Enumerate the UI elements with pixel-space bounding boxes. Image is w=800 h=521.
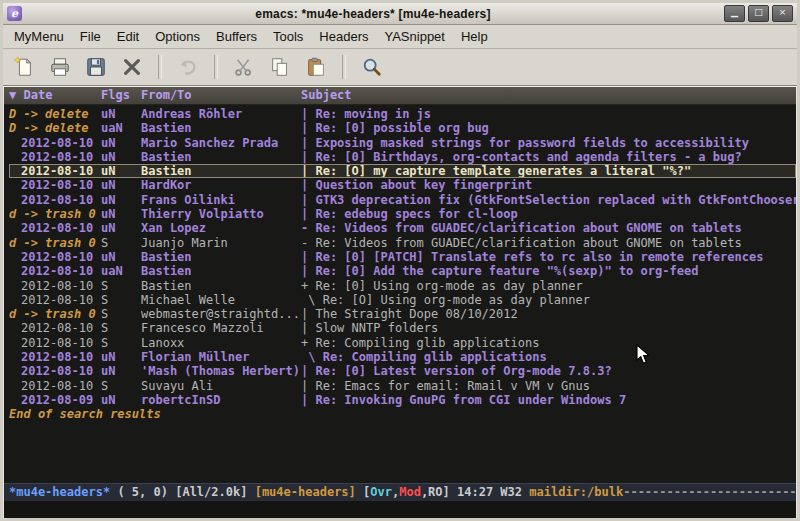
date-cell: 2012-08-10 <box>9 364 101 378</box>
column-header-from[interactable]: From/To <box>141 87 301 104</box>
from-cell: 'Mash (Thomas Herbert) <box>141 364 301 378</box>
subject-cell: | Re: moving in js <box>301 107 796 121</box>
date-cell: 2012-08-10 <box>9 150 101 164</box>
message-row-current[interactable]: 2012-08-10uNBastien| Re: [O] my capture … <box>9 164 796 178</box>
from-cell: Juanjo Marin <box>141 236 301 250</box>
column-header-date-label: Date <box>23 88 52 102</box>
close-button[interactable] <box>117 53 147 81</box>
message-row[interactable]: d -> trash 0SJuanjo Marin- Re: Videos fr… <box>9 236 796 250</box>
paste-button[interactable] <box>301 53 331 81</box>
modeline-segment-buffer-name: *mu4e-headers* <box>9 485 110 499</box>
modeline[interactable]: *mu4e-headers* ( 5, 0) [All/2.0k] [mu4e-… <box>4 483 796 501</box>
mark-cell: d -> trash 0 <box>9 207 101 221</box>
flags-cell: uN <box>101 178 141 192</box>
search-icon <box>361 56 383 78</box>
modeline-segment-plain: ,RO] <box>421 485 450 499</box>
window-title: emacs: *mu4e-headers* [mu4e-headers] <box>26 7 720 21</box>
emacs-window: e emacs: *mu4e-headers* [mu4e-headers] ▁… <box>0 0 800 521</box>
menu-file[interactable]: File <box>72 27 109 46</box>
subject-cell: | The Straight Dope 08/10/2012 <box>301 307 796 321</box>
from-cell: Michael Welle <box>141 293 301 307</box>
message-row[interactable]: 2012-08-10uNMario Sanchez Prada| Exposin… <box>9 136 796 150</box>
message-row[interactable]: D -> deleteuNAndreas Röhler| Re: moving … <box>9 107 796 121</box>
menu-mymenu[interactable]: MyMenu <box>6 27 72 46</box>
message-row[interactable]: 2012-08-10uNFlorian Müllner \ Re: Compil… <box>9 350 796 364</box>
column-header-flags[interactable]: Flgs <box>101 87 141 104</box>
paste-icon <box>305 56 327 78</box>
print-icon <box>49 56 71 78</box>
modeline-segment-plain: ( 5, 0) [All/2.0k] <box>110 485 255 499</box>
menu-edit[interactable]: Edit <box>109 27 147 46</box>
toolbar-separator <box>158 55 162 79</box>
flags-cell: uN <box>101 250 141 264</box>
message-row[interactable]: 2012-08-10SMichael Welle \ Re: [O] Using… <box>9 293 796 307</box>
subject-cell: | Re: [0] possible org bug <box>301 121 796 135</box>
emacs-frame: ▼ Date Flgs From/To Subject D -> deleteu… <box>3 86 797 518</box>
message-row[interactable]: 2012-08-10SBastien+ Re: [0] Using org-mo… <box>9 279 796 293</box>
date-cell: 2012-08-10 <box>9 193 101 207</box>
flags-cell: S <box>101 379 141 393</box>
subject-cell: | Exposing masked strings for password f… <box>301 136 796 150</box>
column-header-date[interactable]: ▼ Date <box>9 87 101 104</box>
titlebar[interactable]: e emacs: *mu4e-headers* [mu4e-headers] ▁… <box>3 3 797 25</box>
copy-button[interactable] <box>265 53 295 81</box>
menubar: MyMenuFileEditOptionsBuffersToolsHeaders… <box>3 25 797 49</box>
flags-cell: S <box>101 236 141 250</box>
flags-cell: uN <box>101 350 141 364</box>
subject-cell: + Re: [0] Using org-mode as day planner <box>301 279 796 293</box>
message-row[interactable]: D -> deleteuaNBastien| Re: [0] possible … <box>9 121 796 135</box>
search-button[interactable] <box>357 53 387 81</box>
minimize-button[interactable]: ▁ <box>724 5 745 22</box>
new-file-button[interactable] <box>9 53 39 81</box>
flags-cell: S <box>101 321 141 335</box>
flags-cell: uaN <box>101 264 141 278</box>
message-row[interactable]: 2012-08-10SSuvayu Ali| Re: Emacs for ema… <box>9 379 796 393</box>
flags-cell: uN <box>101 193 141 207</box>
menu-yasnippet[interactable]: YASnippet <box>376 27 452 46</box>
save-button[interactable] <box>81 53 111 81</box>
message-row[interactable]: 2012-08-10uNFrans Oilinki| GTK3 deprecat… <box>9 193 796 207</box>
menu-help[interactable]: Help <box>453 27 496 46</box>
message-row[interactable]: 2012-08-10uaNBastien| Re: [0] Add the ca… <box>9 264 796 278</box>
menu-options[interactable]: Options <box>147 27 208 46</box>
message-row[interactable]: d -> trash 0Swebmaster@straightd...| The… <box>9 307 796 321</box>
menu-tools[interactable]: Tools <box>265 27 311 46</box>
subject-cell: | Re: [O] my capture template generates … <box>301 164 796 178</box>
message-row[interactable]: 2012-08-10uN'Mash (Thomas Herbert)| Re: … <box>9 364 796 378</box>
flags-cell: S <box>101 336 141 350</box>
print-button[interactable] <box>45 53 75 81</box>
message-row[interactable]: 2012-08-10uNHardKor| Question about key … <box>9 178 796 192</box>
subject-cell: | Re: Invoking GnuPG from CGI under Wind… <box>301 393 796 407</box>
subject-cell: | Re: Emacs for email: Rmail v VM v Gnus <box>301 379 796 393</box>
subject-cell: | Re: [0] Add the capture feature "%(sex… <box>301 264 796 278</box>
from-cell: Bastien <box>141 164 301 178</box>
from-cell: HardKor <box>141 178 301 192</box>
message-row[interactable]: 2012-08-10SFrancesco Mazzoli| Slow NNTP … <box>9 321 796 335</box>
from-cell: robertcInSD <box>141 393 301 407</box>
from-cell: Lanoxx <box>141 336 301 350</box>
flags-cell: uN <box>101 164 141 178</box>
message-row[interactable]: 2012-08-10uNBastien| Re: [0] [PATCH] Tra… <box>9 250 796 264</box>
from-cell: Francesco Mazzoli <box>141 321 301 335</box>
close-icon <box>121 56 143 78</box>
message-row[interactable]: 2012-08-10uNBastien| Re: [0] Birthdays, … <box>9 150 796 164</box>
message-row[interactable]: 2012-08-10SLanoxx+ Re: Compiling glib ap… <box>9 336 796 350</box>
message-row[interactable]: 2012-08-09uNrobertcInSD| Re: Invoking Gn… <box>9 393 796 407</box>
undo-button <box>173 53 203 81</box>
subject-cell: | Re: [0] Latest version of Org-mode 7.8… <box>301 364 796 378</box>
menu-headers[interactable]: Headers <box>311 27 376 46</box>
column-header-subject[interactable]: Subject <box>301 87 796 104</box>
from-cell: Bastien <box>141 279 301 293</box>
cut-button[interactable] <box>229 53 259 81</box>
echo-area[interactable] <box>4 501 796 518</box>
sort-indicator-icon: ▼ <box>9 88 16 102</box>
mark-cell: d -> trash 0 <box>9 236 101 250</box>
modeline-segment-mode: maildir:/bulk <box>529 485 623 499</box>
message-row[interactable]: 2012-08-10uNXan Lopez- Re: Videos from G… <box>9 221 796 235</box>
date-cell: 2012-08-10 <box>9 293 101 307</box>
close-button[interactable]: × <box>772 5 793 22</box>
message-row[interactable]: d -> trash 0uNThierry Volpiatto| Re: ede… <box>9 207 796 221</box>
menu-buffers[interactable]: Buffers <box>208 27 265 46</box>
flags-cell: uN <box>101 364 141 378</box>
maximize-button[interactable]: □ <box>748 5 769 22</box>
